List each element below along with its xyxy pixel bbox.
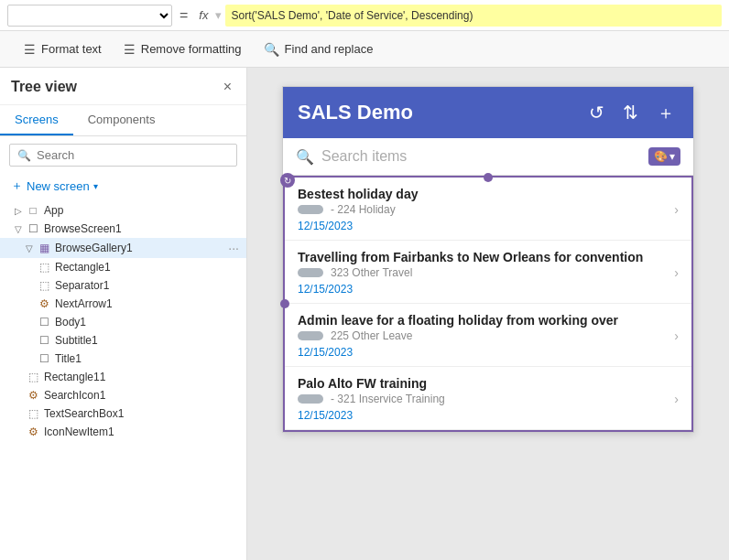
- sidebar-close-button[interactable]: ×: [220, 77, 235, 97]
- tree-chevron-browsegallery1: ▽: [26, 243, 33, 253]
- browsegallery1-icon: ▦: [37, 242, 51, 254]
- list-item-subtitle: 323 Other Travel: [298, 266, 667, 279]
- sidebar-title: Tree view: [11, 79, 77, 95]
- app-header: SALS Demo ↺ ⇅ ＋: [283, 87, 693, 138]
- body1-icon: ☐: [37, 316, 51, 328]
- gallery-corner-handle[interactable]: ↻: [280, 173, 295, 188]
- add-icon[interactable]: ＋: [653, 97, 679, 129]
- avatar-bar: [298, 205, 323, 214]
- browse-gallery[interactable]: ↻ Bestest holiday day - 224 Holiday 12/1…: [283, 176, 693, 432]
- gallery-top-handle[interactable]: [484, 173, 493, 182]
- tree-item-rectangle1[interactable]: ⬚ Rectangle1: [0, 258, 246, 276]
- tree-item-title1[interactable]: ☐ Title1: [0, 350, 246, 368]
- find-replace-button[interactable]: 🔍 Find and replace: [255, 38, 383, 60]
- list-item-chevron-icon: ›: [674, 328, 679, 343]
- remove-formatting-label: Remove formatting: [141, 42, 242, 56]
- list-item-code: 323 Other Travel: [331, 266, 412, 279]
- textsearchbox1-icon: ⬚: [26, 407, 40, 420]
- rectangle1-icon: ⬚: [37, 261, 51, 274]
- nextarrow1-icon: ⚙: [37, 297, 51, 310]
- formula-fx-label: fx: [195, 8, 212, 22]
- format-text-icon: ☰: [24, 42, 36, 57]
- formula-divider: ▾: [215, 8, 222, 22]
- browsegallery1-more-icon[interactable]: ···: [228, 241, 239, 255]
- tree-label-browsegallery1: BrowseGallery1: [55, 242, 224, 254]
- format-text-label: Format text: [41, 42, 102, 56]
- tree-item-browsescreen1[interactable]: ▽ ☐ BrowseScreen1: [0, 220, 246, 238]
- list-item-code: 225 Other Leave: [331, 329, 412, 342]
- tree-label-iconnewitem1: IconNewItem1: [44, 425, 239, 438]
- tab-components[interactable]: Components: [73, 105, 170, 135]
- list-item[interactable]: Travelling from Fairbanks to New Orleans…: [285, 241, 691, 304]
- tree-item-searchicon1[interactable]: ⚙ SearchIcon1: [0, 386, 246, 404]
- list-item-chevron-icon: ›: [674, 392, 679, 406]
- tree-chevron-browsescreen1: ▽: [15, 224, 22, 234]
- avatar-bar: [298, 331, 323, 340]
- sort-icon[interactable]: ⇅: [619, 98, 642, 127]
- list-item-subtitle: - 224 Holiday: [298, 203, 667, 216]
- tree-item-subtitle1[interactable]: ☐ Subtitle1: [0, 331, 246, 350]
- format-text-button[interactable]: ☰ Format text: [15, 38, 111, 60]
- sidebar-search-icon: 🔍: [17, 149, 31, 162]
- tree-item-browsegallery1[interactable]: ▽ ▦ BrowseGallery1 ···: [0, 238, 246, 258]
- list-item-code: - 321 Inservice Training: [331, 393, 445, 405]
- app-search-icon: 🔍: [296, 148, 314, 166]
- list-item-date: 12/15/2023: [298, 346, 667, 359]
- rectangle11-icon: ⬚: [26, 371, 40, 383]
- badge-chevron-icon: ▾: [669, 150, 675, 163]
- app-search-badge[interactable]: 🎨 ▾: [648, 147, 680, 166]
- sidebar-tabs: Screens Components: [0, 105, 246, 136]
- list-item[interactable]: Bestest holiday day - 224 Holiday 12/15/…: [285, 178, 691, 241]
- tree-item-textsearchbox1[interactable]: ⬚ TextSearchBox1: [0, 404, 246, 423]
- main-layout: Tree view × Screens Components 🔍 ＋ New s…: [0, 68, 729, 560]
- list-item-content: Admin leave for a floating holiday from …: [298, 313, 667, 359]
- remove-formatting-button[interactable]: ☰ Remove formatting: [114, 38, 251, 60]
- tree-label-body1: Body1: [55, 316, 239, 328]
- formula-equals-sign: =: [176, 7, 191, 24]
- list-item-subtitle: 225 Other Leave: [298, 329, 667, 342]
- formula-text-input[interactable]: [225, 5, 722, 27]
- new-screen-button[interactable]: ＋ New screen ▾: [2, 174, 246, 198]
- app-preview: SALS Demo ↺ ⇅ ＋ 🔍 Search items 🎨 ▾ ↻: [282, 86, 694, 433]
- list-item-content: Bestest holiday day - 224 Holiday 12/15/…: [298, 187, 667, 232]
- list-item-title: Palo Alto FW training: [298, 376, 667, 391]
- tree-item-iconnewitem1[interactable]: ⚙ IconNewItem1: [0, 423, 246, 441]
- tree-label-browsescreen1: BrowseScreen1: [44, 222, 239, 235]
- list-item[interactable]: Admin leave for a floating holiday from …: [285, 304, 691, 367]
- find-replace-icon: 🔍: [264, 42, 279, 57]
- list-item-subtitle: - 321 Inservice Training: [298, 393, 667, 405]
- list-item[interactable]: Palo Alto FW training - 321 Inservice Tr…: [285, 367, 691, 430]
- tree-label-rectangle1: Rectangle1: [55, 261, 239, 274]
- app-search-bar: 🔍 Search items 🎨 ▾: [283, 138, 693, 176]
- formula-dropdown[interactable]: [7, 5, 172, 27]
- formula-bar: = fx ▾: [0, 0, 729, 31]
- list-item-content: Palo Alto FW training - 321 Inservice Tr…: [298, 376, 667, 422]
- tree-label-nextarrow1: NextArrow1: [55, 297, 239, 310]
- avatar-bar: [298, 394, 323, 404]
- refresh-icon[interactable]: ↺: [585, 98, 608, 127]
- canvas-area: SALS Demo ↺ ⇅ ＋ 🔍 Search items 🎨 ▾ ↻: [247, 68, 729, 560]
- sidebar-search-input[interactable]: [37, 148, 229, 162]
- tree-item-separator1[interactable]: ⬚ Separator1: [0, 276, 246, 295]
- list-item-date: 12/15/2023: [298, 283, 667, 296]
- sidebar-search-box: 🔍: [9, 144, 237, 167]
- list-item-date: 12/15/2023: [298, 409, 667, 422]
- list-item-chevron-icon: ›: [674, 265, 679, 280]
- browsescreen1-icon: ☐: [26, 222, 40, 235]
- list-item-title: Travelling from Fairbanks to New Orleans…: [298, 250, 667, 264]
- list-item-code: - 224 Holiday: [331, 203, 396, 216]
- gallery-left-handle[interactable]: [280, 299, 289, 308]
- tree-item-rectangle11[interactable]: ⬚ Rectangle11: [0, 368, 246, 386]
- tree-label-textsearchbox1: TextSearchBox1: [44, 407, 239, 420]
- new-screen-label: New screen: [27, 179, 90, 193]
- tree-item-app[interactable]: ▷ □ App: [0, 201, 246, 220]
- tree-item-body1[interactable]: ☐ Body1: [0, 313, 246, 331]
- tree-item-nextarrow1[interactable]: ⚙ NextArrow1: [0, 295, 246, 313]
- tree-items: ▷ □ App ▽ ☐ BrowseScreen1 ▽ ▦ BrowseGall…: [0, 201, 246, 560]
- gallery-resize-icon: ↻: [284, 176, 291, 186]
- list-item-title: Bestest holiday day: [298, 187, 667, 201]
- tab-screens[interactable]: Screens: [0, 105, 73, 135]
- badge-icon: 🎨: [654, 150, 668, 163]
- iconnewitem1-icon: ⚙: [26, 425, 40, 438]
- find-replace-label: Find and replace: [285, 42, 374, 56]
